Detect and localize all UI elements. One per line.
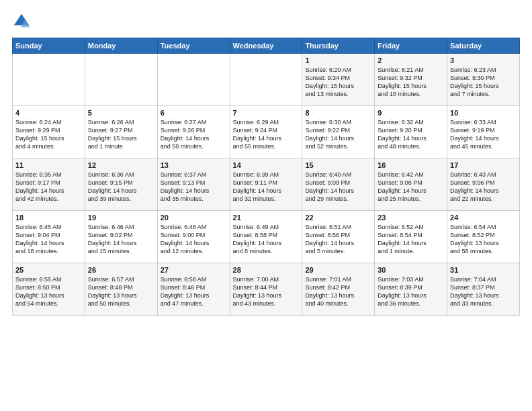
calendar-cell (230, 54, 302, 106)
day-number: 21 (233, 214, 300, 222)
day-number: 10 (450, 109, 517, 117)
day-number: 1 (305, 56, 371, 64)
day-number: 8 (305, 109, 371, 117)
calendar-cell: 30Sunrise: 7:03 AM Sunset: 8:39 PM Dayli… (375, 263, 447, 316)
day-number: 2 (378, 56, 444, 64)
calendar-cell: 14Sunrise: 6:39 AM Sunset: 9:11 PM Dayli… (230, 158, 302, 211)
calendar-cell: 22Sunrise: 6:51 AM Sunset: 8:56 PM Dayli… (302, 211, 375, 263)
calendar-cell: 8Sunrise: 6:30 AM Sunset: 9:22 PM Daylig… (302, 106, 375, 158)
cell-content: Sunrise: 6:52 AM Sunset: 8:54 PM Dayligh… (378, 223, 444, 256)
calendar-week: 11Sunrise: 6:35 AM Sunset: 9:17 PM Dayli… (13, 158, 520, 211)
calendar-cell: 5Sunrise: 6:26 AM Sunset: 9:27 PM Daylig… (85, 106, 157, 158)
cell-content: Sunrise: 7:00 AM Sunset: 8:44 PM Dayligh… (233, 275, 300, 308)
day-header: Tuesday (157, 38, 230, 54)
calendar-cell: 19Sunrise: 6:46 AM Sunset: 9:02 PM Dayli… (85, 211, 157, 263)
day-header: Wednesday (230, 38, 302, 54)
logo (12, 12, 34, 31)
page: SundayMondayTuesdayWednesdayThursdayFrid… (0, 0, 532, 411)
calendar-week: 4Sunrise: 6:24 AM Sunset: 9:29 PM Daylig… (13, 106, 520, 158)
day-number: 7 (233, 109, 300, 117)
cell-content: Sunrise: 6:26 AM Sunset: 9:27 PM Dayligh… (88, 118, 154, 151)
day-number: 18 (15, 214, 82, 222)
calendar-cell: 24Sunrise: 6:54 AM Sunset: 8:52 PM Dayli… (447, 211, 520, 263)
day-number: 26 (88, 266, 154, 274)
cell-content: Sunrise: 6:23 AM Sunset: 9:30 PM Dayligh… (450, 66, 517, 99)
cell-content: Sunrise: 6:36 AM Sunset: 9:15 PM Dayligh… (88, 171, 154, 203)
calendar-cell (157, 54, 230, 106)
day-number: 14 (233, 161, 300, 169)
calendar-cell: 23Sunrise: 6:52 AM Sunset: 8:54 PM Dayli… (375, 211, 447, 263)
cell-content: Sunrise: 6:43 AM Sunset: 9:06 PM Dayligh… (450, 171, 517, 203)
calendar-week: 1Sunrise: 6:20 AM Sunset: 9:34 PM Daylig… (13, 54, 520, 106)
day-number: 15 (305, 161, 371, 169)
day-header: Monday (85, 38, 157, 54)
day-number: 31 (450, 266, 517, 274)
cell-content: Sunrise: 6:46 AM Sunset: 9:02 PM Dayligh… (88, 223, 154, 256)
calendar-week: 25Sunrise: 6:55 AM Sunset: 8:50 PM Dayli… (13, 263, 520, 316)
cell-content: Sunrise: 7:03 AM Sunset: 8:39 PM Dayligh… (378, 275, 444, 308)
calendar-cell: 27Sunrise: 6:58 AM Sunset: 8:46 PM Dayli… (157, 263, 230, 316)
calendar-cell: 13Sunrise: 6:37 AM Sunset: 9:13 PM Dayli… (157, 158, 230, 211)
day-header: Sunday (13, 38, 85, 54)
cell-content: Sunrise: 6:58 AM Sunset: 8:46 PM Dayligh… (161, 275, 227, 308)
calendar-cell: 21Sunrise: 6:49 AM Sunset: 8:58 PM Dayli… (230, 211, 302, 263)
header (12, 12, 520, 31)
day-number: 13 (161, 161, 227, 169)
cell-content: Sunrise: 6:24 AM Sunset: 9:29 PM Dayligh… (15, 118, 82, 151)
calendar-cell: 9Sunrise: 6:32 AM Sunset: 9:20 PM Daylig… (375, 106, 447, 158)
calendar-cell: 31Sunrise: 7:04 AM Sunset: 8:37 PM Dayli… (447, 263, 520, 316)
logo-icon (12, 12, 31, 31)
cell-content: Sunrise: 6:20 AM Sunset: 9:34 PM Dayligh… (305, 66, 371, 99)
calendar-cell: 25Sunrise: 6:55 AM Sunset: 8:50 PM Dayli… (13, 263, 85, 316)
cell-content: Sunrise: 6:37 AM Sunset: 9:13 PM Dayligh… (161, 171, 227, 203)
calendar-cell: 26Sunrise: 6:57 AM Sunset: 8:48 PM Dayli… (85, 263, 157, 316)
header-row: SundayMondayTuesdayWednesdayThursdayFrid… (13, 38, 520, 54)
calendar-cell: 7Sunrise: 6:29 AM Sunset: 9:24 PM Daylig… (230, 106, 302, 158)
calendar-cell: 15Sunrise: 6:40 AM Sunset: 9:09 PM Dayli… (302, 158, 375, 211)
cell-content: Sunrise: 6:49 AM Sunset: 8:58 PM Dayligh… (233, 223, 300, 256)
cell-content: Sunrise: 6:32 AM Sunset: 9:20 PM Dayligh… (378, 118, 444, 151)
day-number: 27 (161, 266, 227, 274)
cell-content: Sunrise: 6:33 AM Sunset: 9:19 PM Dayligh… (450, 118, 517, 151)
day-number: 12 (88, 161, 154, 169)
cell-content: Sunrise: 6:39 AM Sunset: 9:11 PM Dayligh… (233, 171, 300, 203)
cell-content: Sunrise: 6:42 AM Sunset: 9:08 PM Dayligh… (378, 171, 444, 203)
cell-content: Sunrise: 6:45 AM Sunset: 9:04 PM Dayligh… (15, 223, 82, 256)
calendar-cell: 6Sunrise: 6:27 AM Sunset: 9:26 PM Daylig… (157, 106, 230, 158)
day-number: 3 (450, 56, 517, 64)
day-number: 25 (15, 266, 82, 274)
cell-content: Sunrise: 6:27 AM Sunset: 9:26 PM Dayligh… (161, 118, 227, 151)
cell-content: Sunrise: 6:35 AM Sunset: 9:17 PM Dayligh… (15, 171, 82, 203)
calendar-cell (13, 54, 85, 106)
calendar-cell: 4Sunrise: 6:24 AM Sunset: 9:29 PM Daylig… (13, 106, 85, 158)
calendar-cell: 2Sunrise: 6:21 AM Sunset: 9:32 PM Daylig… (375, 54, 447, 106)
day-number: 6 (161, 109, 227, 117)
cell-content: Sunrise: 6:40 AM Sunset: 9:09 PM Dayligh… (305, 171, 371, 203)
day-number: 16 (378, 161, 444, 169)
calendar-cell: 20Sunrise: 6:48 AM Sunset: 9:00 PM Dayli… (157, 211, 230, 263)
day-header: Friday (375, 38, 447, 54)
cell-content: Sunrise: 6:29 AM Sunset: 9:24 PM Dayligh… (233, 118, 300, 151)
day-number: 5 (88, 109, 154, 117)
calendar-week: 18Sunrise: 6:45 AM Sunset: 9:04 PM Dayli… (13, 211, 520, 263)
day-number: 24 (450, 214, 517, 222)
cell-content: Sunrise: 6:57 AM Sunset: 8:48 PM Dayligh… (88, 275, 154, 308)
calendar-cell: 12Sunrise: 6:36 AM Sunset: 9:15 PM Dayli… (85, 158, 157, 211)
calendar-cell: 18Sunrise: 6:45 AM Sunset: 9:04 PM Dayli… (13, 211, 85, 263)
calendar-cell: 28Sunrise: 7:00 AM Sunset: 8:44 PM Dayli… (230, 263, 302, 316)
cell-content: Sunrise: 6:21 AM Sunset: 9:32 PM Dayligh… (378, 66, 444, 99)
day-header: Thursday (302, 38, 375, 54)
calendar-cell: 10Sunrise: 6:33 AM Sunset: 9:19 PM Dayli… (447, 106, 520, 158)
calendar-cell (85, 54, 157, 106)
day-number: 20 (161, 214, 227, 222)
calendar-cell: 3Sunrise: 6:23 AM Sunset: 9:30 PM Daylig… (447, 54, 520, 106)
cell-content: Sunrise: 6:51 AM Sunset: 8:56 PM Dayligh… (305, 223, 371, 256)
day-number: 17 (450, 161, 517, 169)
cell-content: Sunrise: 6:54 AM Sunset: 8:52 PM Dayligh… (450, 223, 517, 256)
day-number: 23 (378, 214, 444, 222)
cell-content: Sunrise: 7:04 AM Sunset: 8:37 PM Dayligh… (450, 275, 517, 308)
cell-content: Sunrise: 6:30 AM Sunset: 9:22 PM Dayligh… (305, 118, 371, 151)
day-number: 9 (378, 109, 444, 117)
calendar-cell: 16Sunrise: 6:42 AM Sunset: 9:08 PM Dayli… (375, 158, 447, 211)
calendar-cell: 29Sunrise: 7:01 AM Sunset: 8:42 PM Dayli… (302, 263, 375, 316)
